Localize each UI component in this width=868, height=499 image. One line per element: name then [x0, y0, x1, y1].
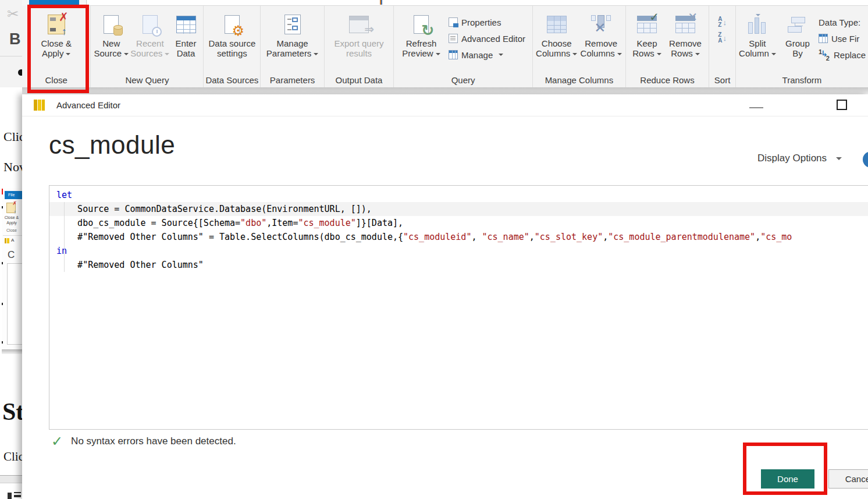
dropdown-caret-icon [499, 54, 503, 56]
window-top-strip [22, 0, 868, 6]
split-column-button[interactable]: Split Column [738, 10, 777, 58]
ribbon-group-reduce-rows: Keep Rows Remove Rows Reduce Rows [626, 6, 709, 87]
dropdown-caret-icon [657, 53, 661, 55]
paragraph-fragment: Clic [3, 450, 24, 464]
sort-descending-button[interactable] [718, 32, 727, 44]
ribbon-group-parameters: Manage Parameters Parameters [261, 6, 324, 87]
code-line: #"Removed Other Columns" [49, 258, 868, 272]
ribbon-group-data-sources: Data source settings Data Sources [204, 6, 261, 87]
manage-parameters-icon [284, 15, 301, 34]
new-source-button[interactable]: New Source [93, 10, 129, 58]
group-by-button[interactable]: Group By [782, 10, 813, 58]
keep-rows-icon [637, 16, 657, 33]
recent-sources-button[interactable]: Recent Sources [130, 10, 170, 58]
ribbon-group-transform: Split Column Group By Data Type: Use Fir… [736, 6, 868, 87]
code-line: Source = CommonDataService.Database(Envi… [49, 202, 868, 216]
heading-fragment: St [2, 398, 24, 426]
dialog-title: Advanced Editor [56, 94, 120, 116]
thumbnail-divider [3, 235, 22, 236]
group-label: Data Sources [204, 75, 260, 85]
remove-columns-button[interactable]: Remove Columns [579, 10, 623, 58]
display-options-dropdown[interactable]: Display Options [757, 153, 842, 164]
ribbon-group-sort: Sort [709, 6, 736, 87]
code-line: let [49, 188, 868, 202]
thumbnail-close-apply-label: Apply [2, 221, 22, 225]
dropdown-caret-icon [695, 53, 700, 55]
dropdown-caret-icon [617, 53, 622, 55]
group-by-icon [788, 16, 807, 33]
ribbon-group-new-query: New Source Recent Sources Enter Data New… [91, 6, 204, 87]
choose-columns-icon [547, 16, 567, 33]
keep-rows-button[interactable]: Keep Rows [629, 10, 664, 58]
group-label: Sort [709, 75, 735, 85]
choose-columns-button[interactable]: Choose Columns [535, 10, 578, 58]
recent-sources-icon [143, 15, 158, 34]
export-query-results-button[interactable]: Export query results [329, 10, 389, 58]
dropdown-caret-icon [436, 53, 440, 55]
thumbnail-mark [2, 262, 3, 264]
thumbnail-advanced-editor-label: A [11, 238, 14, 243]
group-label: Output Data [325, 75, 393, 85]
group-label: Reduce Rows [626, 75, 709, 85]
dialog-titlebar: Advanced Editor [22, 94, 868, 116]
replace-values-button[interactable]: Replace [819, 48, 866, 62]
remove-rows-button[interactable]: Remove Rows [666, 10, 705, 58]
group-label: New Query [91, 75, 203, 85]
thumbnail-close-apply-label: Close & [2, 215, 22, 220]
code-line: in [49, 244, 868, 258]
query-title: cs_module [49, 130, 175, 160]
manage-button[interactable]: Manage [449, 48, 525, 62]
data-type-selector[interactable]: Data Type: [819, 15, 866, 29]
manage-icon [449, 50, 458, 59]
status-text: No syntax errors have been detected. [71, 436, 236, 447]
bold-button[interactable]: B [9, 30, 21, 48]
dropdown-caret-icon [124, 53, 129, 55]
data-source-settings-button[interactable]: Data source settings [206, 10, 258, 58]
advanced-editor-dialog: Advanced Editor cs_module Display Option… [22, 94, 868, 499]
use-first-row-button[interactable]: Use Fir [819, 31, 866, 45]
status-row: No syntax errors have been detected. [51, 434, 236, 448]
dropdown-caret-icon [572, 53, 577, 55]
minimize-button[interactable] [749, 107, 763, 108]
thumbnail-powerbi-icon [5, 238, 9, 243]
chevron-down-icon [836, 157, 842, 160]
export-query-results-icon [349, 16, 369, 33]
enter-data-icon [176, 16, 196, 33]
split-column-icon [748, 15, 767, 34]
thumbnail-close-apply-icon: ✗↑ [6, 203, 16, 213]
use-first-row-icon [819, 34, 828, 43]
code-editor[interactable]: let Source = CommonDataService.Database(… [49, 185, 868, 430]
thumbnail-query-title: C [8, 249, 15, 261]
refresh-preview-button[interactable]: Refresh Preview [401, 10, 442, 58]
advanced-editor-button[interactable]: Advanced Editor [449, 31, 525, 45]
sort-ascending-button[interactable] [718, 16, 727, 28]
formula-bar[interactable] [86, 0, 868, 6]
ribbon: ✗↑ Close & Apply Close New Source Recent… [22, 6, 868, 87]
ribbon-bottom-shadow [22, 87, 868, 94]
advanced-editor-icon [449, 34, 458, 43]
thumbnail-shadow [2, 349, 23, 354]
ribbon-group-query: Refresh Preview Properties Advanced Edit… [394, 6, 533, 87]
cancel-button[interactable]: Cancel [828, 469, 868, 489]
properties-button[interactable]: Properties [449, 15, 525, 29]
properties-icon [449, 17, 458, 27]
check-icon [51, 434, 63, 448]
manage-parameters-button[interactable]: Manage Parameters [264, 10, 322, 58]
power-query-window: ✗↑ Close & Apply Close New Source Recent… [22, 0, 868, 94]
group-label: Query [394, 75, 532, 85]
group-label: Transform [736, 75, 868, 85]
group-label: Parameters [261, 75, 323, 85]
thumbnail-annotation-mark [2, 189, 3, 194]
annotation-box-done [743, 443, 827, 495]
maximize-button[interactable] [837, 100, 847, 110]
refresh-preview-icon [414, 15, 429, 34]
enter-data-button[interactable]: Enter Data [171, 10, 201, 58]
ribbon-group-manage-columns: Choose Columns Remove Columns Manage Col… [533, 6, 626, 87]
data-source-settings-icon [225, 15, 240, 34]
help-icon[interactable] [863, 151, 868, 168]
code-line: #"Removed Other Columns" = Table.SelectC… [49, 230, 868, 244]
thumbnail-code-box [7, 263, 23, 345]
indent-guide [64, 202, 65, 272]
thumbnail-mark [2, 303, 3, 305]
thumbnail-mark [2, 341, 3, 344]
